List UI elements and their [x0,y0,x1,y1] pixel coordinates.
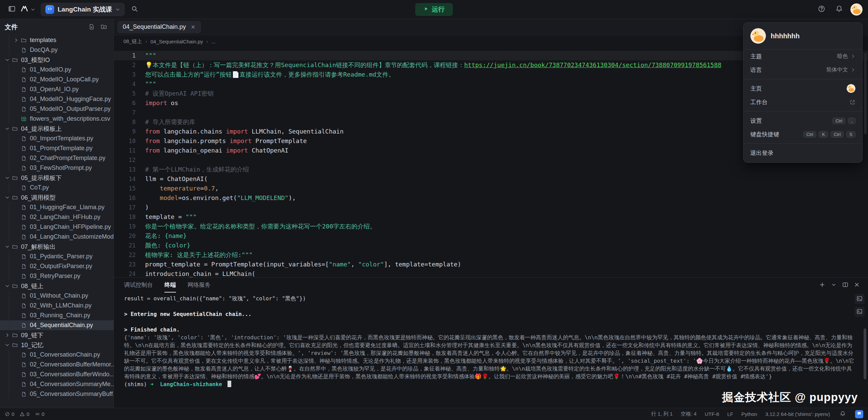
breadcrumb-item[interactable]: ... [212,39,216,44]
code-text: 你是一个植物学家。给定花的名称和类型，你需要为这种花写一个200字左右的介绍。 [136,222,376,231]
tree-file[interactable]: 04_SequentialChain.py [0,320,114,330]
code-text: 您可以点击最上方的“运行”按钮📄直接运行该文件，更多操作指引请参考Readme.… [136,70,395,79]
project-switcher[interactable]: LangChain 实战课 [41,3,125,16]
new-folder-icon [101,24,107,31]
tree-file[interactable]: 05_ConversationSummaryBuff... [0,389,114,399]
tree-file[interactable]: 04_ModelIO_HuggingFace.py [0,94,114,104]
menu-item-language[interactable]: 语言简体中文 [744,63,862,77]
tree-folder[interactable]: 07_解析输出 [0,242,114,252]
new-terminal-button[interactable] [817,280,827,290]
breadcrumb-item[interactable]: 04_SequentialChain.py [151,39,203,44]
tree-file[interactable]: 01_HuggingFace_Llama.py [0,202,114,212]
tree-folder[interactable]: 06_调用模型 [0,193,114,202]
chevron-down-icon[interactable] [5,195,12,200]
split-panel-button[interactable] [840,280,850,290]
tree-file[interactable]: DocQA.py [0,45,114,55]
tree-folder[interactable]: 05_提示模板下 [0,173,114,183]
tree-file[interactable]: 02_ConversationBufferMemor... [0,360,114,369]
tree-file[interactable]: 01_ModelIO.py [0,65,114,75]
tree-file[interactable]: 05_ModelIO_OutputParser.py [0,104,114,114]
tree-folder[interactable]: 10_记忆 [0,340,114,350]
tree-file[interactable]: 03_FewShotPrompt.py [0,163,114,173]
new-file-button[interactable] [86,22,97,32]
status-item[interactable]: 行 1, 列 1 [651,411,672,417]
close-tab-icon[interactable] [191,24,196,29]
chevron-down-icon[interactable] [5,283,12,288]
status-item[interactable]: 3.12.2 64-bit ('shims': pyenv) [765,411,830,417]
tree-file[interactable]: 01_Without_Chain.py [0,291,114,301]
close-panel-button[interactable] [852,280,862,290]
tree-file[interactable]: 03_ConversationBufferWindo... [0,369,114,379]
tree-file[interactable]: flowers_with_descriptions.csv [0,114,114,124]
tree-file[interactable]: 03_LangChain_HFPipeline.py [0,222,114,232]
menu-item-value: 简体中文 [826,66,855,74]
tree-folder[interactable]: 09_链下 [0,330,114,340]
sidebar-toggle-button[interactable] [5,3,18,16]
tree-file[interactable]: 02_OutputFixParser.py [0,261,114,271]
tree-file[interactable]: 04_ConversationSummaryMe... [0,379,114,389]
notifications-button[interactable] [833,3,846,16]
status-ports[interactable]: 0 [35,411,44,417]
status-item[interactable]: UTF-8 [705,411,719,417]
menu-item-shortcuts[interactable]: 键盘快捷键CtrlKCtrlS [744,127,862,141]
line-number: 22 [114,250,136,260]
tree-folder[interactable]: 03_模型IO [0,55,114,65]
chevron-down-icon[interactable] [5,244,12,249]
chevron-down-icon[interactable] [5,126,12,131]
tree-file[interactable]: 03_Running_Chain.py [0,311,114,320]
chevron-right-icon[interactable] [5,333,12,338]
chevron-down-icon [831,282,836,288]
menu-item-logout[interactable]: 退出登录 [744,146,862,160]
terminal-tab-调试控制台[interactable]: 调试控制台 [124,278,153,293]
status-item[interactable]: LF [727,411,733,417]
terminal-picker-button[interactable] [829,280,839,290]
code-text: 颜色: {color} [136,241,191,250]
feedback-button[interactable] [855,410,863,418]
menu-item-theme[interactable]: 主题暗色 [744,49,862,63]
status-notifications-button[interactable] [838,410,847,419]
menu-item-workspace[interactable]: 工作台 [744,95,862,109]
tree-file[interactable]: 02_With_LLMChain.py [0,301,114,311]
menu-item-settings[interactable]: 设置Ctrl, [744,114,862,127]
run-button[interactable]: 运行 [415,3,453,16]
terminal-scrollbar[interactable] [864,328,866,379]
tree-file[interactable]: 01_PromptTemplate.py [0,143,114,153]
editor-tab[interactable]: 04_SequentialChain.py [117,21,201,33]
tree-file[interactable]: 03_RetryParser.py [0,271,114,281]
status-item[interactable]: Python [741,411,757,417]
user-avatar[interactable] [850,3,863,16]
tree-file[interactable]: CoT.py [0,183,114,193]
tree-file[interactable]: 01_ConversationChain.py [0,350,114,360]
chevron-down-icon[interactable] [5,57,12,62]
user-menu-header: hhhhhhh [744,23,862,49]
tree-file[interactable]: 03_OpenAI_IO.py [0,84,114,94]
toggle-panel-button[interactable] [854,307,865,317]
chevron-down-icon[interactable] [5,342,12,347]
tree-folder[interactable]: 08_链上 [0,281,114,291]
tree-file[interactable]: 02_ModelIO_LoopCall.py [0,75,114,84]
search-button[interactable] [128,3,141,16]
tree-file[interactable]: 04_LangChain_CustomizeMod... [0,232,114,242]
new-folder-button[interactable] [99,22,109,32]
terminal-tab-网络服务[interactable]: 网络服务 [188,278,211,293]
status-error[interactable]: 0 [5,411,14,417]
app-logo[interactable] [20,5,35,14]
breadcrumb-item[interactable]: 08_链上 [123,38,142,45]
tree-file[interactable]: 00_ImportTemplates.py [0,134,114,143]
open-terminal-editor-button[interactable] [854,294,865,304]
chevron-right-icon[interactable] [14,38,21,43]
status-item[interactable]: 空格: 4 [681,411,697,417]
tree-folder[interactable]: 04_提示模板上 [0,124,114,134]
help-button[interactable] [815,3,828,16]
tree-file[interactable]: 02_ChatPromptTemplate.py [0,153,114,163]
tree-file[interactable]: 01_Pydantic_Parser.py [0,252,114,261]
status-warning[interactable]: 0 [20,411,29,417]
python-file-icon [21,274,30,279]
terminal-tab-终端[interactable]: 终端 [164,278,176,293]
tree-file[interactable]: 02_LangChain_HFHub.py [0,212,114,222]
menu-item-home[interactable]: 主页 [744,82,862,95]
chevron-down-icon[interactable] [5,175,12,180]
code-text: 花名: {name} [136,231,187,241]
editor-scrollbar[interactable] [864,53,867,134]
tree-folder[interactable]: templates [0,35,114,45]
